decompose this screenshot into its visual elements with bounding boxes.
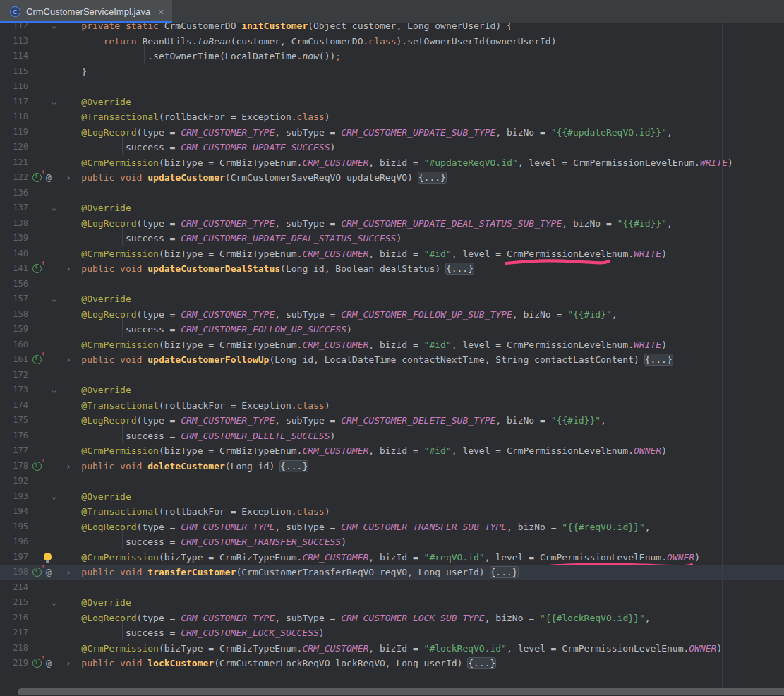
folded-code-placeholder[interactable]: {...} (490, 567, 518, 577)
code-line-198: 198↑@› public void transferCustomer(CrmC… (0, 565, 784, 580)
code-text: @LogRecord(type = CRM_CUSTOMER_TYPE, sub… (59, 520, 651, 535)
code-text: success = CRM_CUSTOMER_DELETE_SUCCESS) (59, 428, 335, 444)
line-number: 172 (0, 368, 28, 383)
code-line-161: 161↑› public void updateCustomerFollowUp… (0, 352, 784, 368)
override-method-icon[interactable]: ↑ (32, 264, 42, 273)
override-method-icon[interactable]: ↑ (32, 659, 42, 668)
code-text: @Override (59, 200, 131, 216)
code-line-116: 116 (0, 79, 784, 95)
line-number: 196 (0, 534, 28, 550)
code-line-137: 137⌄ @Override (0, 200, 784, 216)
line-number: 137 (0, 200, 28, 216)
fold-expanded-icon[interactable]: ⌄ (52, 595, 56, 611)
line-number: 178 (0, 459, 28, 474)
line-number: 176 (0, 428, 28, 444)
line-number: 139 (0, 231, 28, 246)
code-line-122: 122↑@› public void updateCustomer(CrmCus… (0, 170, 784, 186)
code-line-159: 159 success = CRM_CUSTOMER_FOLLOW_UP_SUC… (0, 322, 784, 337)
line-number: 138 (0, 216, 28, 232)
line-number: 122 (0, 170, 28, 186)
code-line-215: 215⌄ @Override (0, 595, 784, 611)
code-line-197: 197 @CrmPermission(bizType = CrmBizTypeE… (0, 550, 784, 565)
code-text: @LogRecord(type = CRM_CUSTOMER_TYPE, sub… (59, 216, 673, 232)
line-number: 158 (0, 307, 28, 323)
code-line-117: 117⌄ @Override (0, 95, 784, 110)
code-text: @CrmPermission(bizType = CrmBizTypeEnum.… (59, 443, 667, 459)
code-line-156: 156 (0, 277, 784, 292)
intention-bulb-icon[interactable] (44, 553, 52, 560)
code-text: @CrmPermission(bizType = CrmBizTypeEnum.… (59, 155, 733, 171)
code-line-219: 219↑@› public void lockCustomer(CrmCusto… (0, 656, 784, 671)
override-method-icon[interactable]: ↑ (32, 173, 42, 182)
code-text: @Transactional(rollbackFor = Exception.c… (59, 109, 330, 125)
line-number: 174 (0, 398, 28, 414)
code-text: public void transferCustomer(CrmCustomer… (59, 565, 518, 580)
line-number: 136 (0, 186, 28, 201)
fold-expanded-icon[interactable]: ⌄ (52, 95, 56, 110)
line-number: 117 (0, 95, 28, 110)
annotated-icon[interactable]: @ (46, 170, 52, 186)
code-text: @Override (59, 595, 131, 611)
code-line-114: 114 .setOwnerTime(LocalDateTime.now()); (0, 49, 784, 64)
fold-expanded-icon[interactable]: ⌄ (52, 292, 56, 307)
folded-code-placeholder[interactable]: {...} (645, 354, 673, 365)
override-method-icon[interactable]: ↑ (32, 355, 42, 364)
code-line-217: 217 success = CRM_CUSTOMER_LOCK_SUCCESS) (0, 625, 784, 641)
code-text: @Override (59, 95, 131, 110)
code-text: success = CRM_CUSTOMER_LOCK_SUCCESS) (59, 625, 325, 641)
fold-expanded-icon[interactable]: ⌄ (52, 489, 56, 505)
code-text: success = CRM_CUSTOMER_FOLLOW_UP_SUCCESS… (59, 322, 352, 337)
code-line-178: 178↑› public void deleteCustomer(Long id… (0, 459, 784, 474)
override-method-icon[interactable]: ↑ (32, 462, 42, 471)
code-text: public void lockCustomer(CrmCustomerLock… (59, 656, 495, 671)
annotated-icon[interactable]: @ (46, 565, 52, 580)
editor-tab-bar: C CrmCustomerServiceImpl.java × (0, 0, 784, 23)
line-number: 114 (0, 49, 28, 64)
code-line-174: 174 @Transactional(rollbackFor = Excepti… (0, 398, 784, 414)
code-line-120: 120 success = CRM_CUSTOMER_UPDATE_SUCCES… (0, 140, 784, 155)
override-method-icon[interactable]: ↑ (32, 568, 42, 577)
code-text: @LogRecord(type = CRM_CUSTOMER_TYPE, sub… (59, 413, 606, 428)
line-number: 198 (0, 565, 28, 580)
horizontal-scrollbar-thumb[interactable] (18, 688, 784, 695)
code-line-136: 136 (0, 186, 784, 201)
folded-code-placeholder[interactable]: {...} (418, 172, 446, 183)
code-text: public void updateCustomerDealStatus(Lon… (59, 261, 474, 277)
code-line-115: 115 } (0, 64, 784, 80)
code-line-139: 139 success = CRM_CUSTOMER_UPDATE_DEAL_S… (0, 231, 784, 246)
code-line-113: 113 return BeanUtils.toBean(customer, Cr… (0, 34, 784, 49)
tab-close-icon[interactable]: × (158, 7, 164, 17)
line-number: 115 (0, 64, 28, 80)
annotated-icon[interactable]: @ (46, 656, 52, 671)
code-text: @LogRecord(type = CRM_CUSTOMER_TYPE, sub… (59, 125, 673, 140)
code-text: @LogRecord(type = CRM_CUSTOMER_TYPE, sub… (59, 307, 617, 323)
folded-code-placeholder[interactable]: {...} (446, 263, 474, 274)
line-number: 118 (0, 109, 28, 125)
code-line-141: 141↑› public void updateCustomerDealStat… (0, 261, 784, 277)
code-lines: 112⌄ private static CrmCustomerDO initCu… (0, 18, 784, 671)
code-text: @Override (59, 489, 131, 505)
line-number: 218 (0, 641, 28, 656)
code-line-218: 218 @CrmPermission(bizType = CrmBizTypeE… (0, 641, 784, 656)
code-text: } (59, 64, 87, 80)
tab-title: CrmCustomerServiceImpl.java (26, 6, 150, 17)
code-line-160: 160 @CrmPermission(bizType = CrmBizTypeE… (0, 337, 784, 353)
tab-crm-customer-service-impl[interactable]: C CrmCustomerServiceImpl.java × (0, 0, 172, 23)
folded-code-placeholder[interactable]: {...} (280, 461, 308, 472)
code-line-194: 194 @Transactional(rollbackFor = Excepti… (0, 504, 784, 520)
code-line-193: 193⌄ @Override (0, 489, 784, 505)
code-text: @Transactional(rollbackFor = Exception.c… (59, 504, 330, 520)
code-text: @Transactional(rollbackFor = Exception.c… (59, 398, 330, 414)
code-text: public void updateCustomerFollowUp(Long … (59, 352, 673, 368)
code-text: success = CRM_CUSTOMER_UPDATE_SUCCESS) (59, 140, 335, 155)
code-line-121: 121 @CrmPermission(bizType = CrmBizTypeE… (0, 155, 784, 171)
fold-expanded-icon[interactable]: ⌄ (52, 200, 56, 216)
code-line-214: 214 (0, 580, 784, 596)
code-text: success = CRM_CUSTOMER_UPDATE_DEAL_STATU… (59, 231, 402, 246)
folded-code-placeholder[interactable]: {...} (468, 658, 495, 668)
line-number: 159 (0, 322, 28, 337)
code-text: public void deleteCustomer(Long id) {...… (59, 459, 308, 474)
fold-expanded-icon[interactable]: ⌄ (52, 383, 56, 398)
line-number: 219 (0, 656, 28, 671)
code-line-172: 172 (0, 368, 784, 383)
